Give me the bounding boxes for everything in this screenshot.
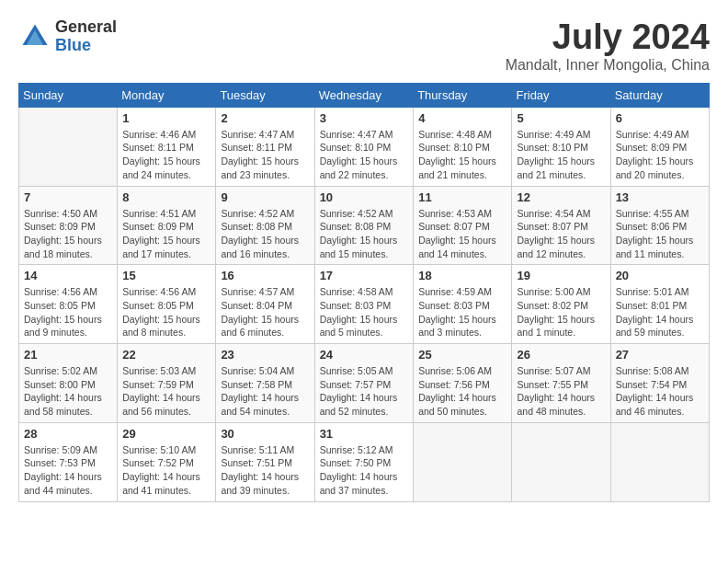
day-info: Sunrise: 5:00 AM Sunset: 8:02 PM Dayligh… — [517, 285, 605, 339]
day-info: Sunrise: 4:47 AM Sunset: 8:10 PM Dayligh… — [320, 128, 409, 182]
day-header-saturday: Saturday — [610, 83, 709, 107]
month-year: July 2024 — [506, 18, 710, 57]
day-number: 30 — [221, 427, 309, 441]
calendar-header: SundayMondayTuesdayWednesdayThursdayFrid… — [19, 83, 710, 107]
day-cell: 4Sunrise: 4:48 AM Sunset: 8:10 PM Daylig… — [414, 107, 512, 186]
week-row-3: 14Sunrise: 4:56 AM Sunset: 8:05 PM Dayli… — [19, 265, 710, 344]
day-info: Sunrise: 4:59 AM Sunset: 8:03 PM Dayligh… — [418, 285, 506, 339]
day-cell: 9Sunrise: 4:52 AM Sunset: 8:08 PM Daylig… — [216, 186, 314, 265]
day-cell: 21Sunrise: 5:02 AM Sunset: 8:00 PM Dayli… — [19, 344, 118, 423]
day-info: Sunrise: 5:09 AM Sunset: 7:53 PM Dayligh… — [24, 443, 112, 498]
day-info: Sunrise: 5:08 AM Sunset: 7:54 PM Dayligh… — [616, 364, 704, 419]
day-cell: 22Sunrise: 5:03 AM Sunset: 7:59 PM Dayli… — [118, 344, 216, 423]
day-info: Sunrise: 4:52 AM Sunset: 8:08 PM Dayligh… — [221, 207, 309, 261]
day-number: 29 — [122, 427, 210, 441]
day-number: 3 — [320, 111, 409, 125]
day-number: 23 — [221, 348, 309, 362]
day-info: Sunrise: 5:07 AM Sunset: 7:55 PM Dayligh… — [517, 364, 605, 419]
day-cell: 13Sunrise: 4:55 AM Sunset: 8:06 PM Dayli… — [610, 186, 709, 265]
day-info: Sunrise: 4:47 AM Sunset: 8:11 PM Dayligh… — [221, 128, 309, 182]
logo-general: General — [55, 18, 117, 37]
day-info: Sunrise: 5:03 AM Sunset: 7:59 PM Dayligh… — [122, 364, 210, 419]
day-info: Sunrise: 4:46 AM Sunset: 8:11 PM Dayligh… — [122, 128, 210, 182]
day-cell: 19Sunrise: 5:00 AM Sunset: 8:02 PM Dayli… — [512, 265, 610, 344]
day-info: Sunrise: 4:54 AM Sunset: 8:07 PM Dayligh… — [517, 207, 605, 261]
day-number: 24 — [320, 348, 409, 362]
day-cell — [414, 422, 512, 501]
day-cell: 12Sunrise: 4:54 AM Sunset: 8:07 PM Dayli… — [512, 186, 610, 265]
day-number: 31 — [320, 427, 409, 441]
day-header-sunday: Sunday — [19, 83, 118, 107]
day-cell: 8Sunrise: 4:51 AM Sunset: 8:09 PM Daylig… — [118, 186, 216, 265]
day-number: 13 — [616, 190, 704, 204]
day-number: 18 — [418, 269, 506, 282]
day-cell: 7Sunrise: 4:50 AM Sunset: 8:09 PM Daylig… — [19, 186, 118, 265]
day-cell: 30Sunrise: 5:11 AM Sunset: 7:51 PM Dayli… — [216, 422, 314, 501]
logo-blue: Blue — [55, 37, 117, 55]
day-cell: 25Sunrise: 5:06 AM Sunset: 7:56 PM Dayli… — [414, 344, 512, 423]
day-header-tuesday: Tuesday — [216, 83, 314, 107]
day-number: 25 — [418, 348, 506, 362]
page-header: General Blue July 2024 Mandalt, Inner Mo… — [18, 18, 710, 74]
day-number: 7 — [24, 190, 112, 204]
day-number: 19 — [517, 269, 605, 282]
day-cell: 23Sunrise: 5:04 AM Sunset: 7:58 PM Dayli… — [216, 344, 314, 423]
day-info: Sunrise: 4:51 AM Sunset: 8:09 PM Dayligh… — [122, 207, 210, 261]
days-row: SundayMondayTuesdayWednesdayThursdayFrid… — [19, 83, 710, 107]
day-number: 6 — [616, 111, 704, 125]
logo: General Blue — [18, 18, 117, 55]
day-cell: 29Sunrise: 5:10 AM Sunset: 7:52 PM Dayli… — [118, 422, 216, 501]
day-number: 10 — [320, 190, 409, 204]
day-cell: 28Sunrise: 5:09 AM Sunset: 7:53 PM Dayli… — [19, 422, 118, 501]
day-info: Sunrise: 4:49 AM Sunset: 8:10 PM Dayligh… — [517, 128, 605, 182]
day-info: Sunrise: 4:49 AM Sunset: 8:09 PM Dayligh… — [616, 128, 704, 182]
day-info: Sunrise: 5:05 AM Sunset: 7:57 PM Dayligh… — [320, 364, 409, 419]
day-info: Sunrise: 5:04 AM Sunset: 7:58 PM Dayligh… — [221, 364, 309, 419]
day-info: Sunrise: 5:01 AM Sunset: 8:01 PM Dayligh… — [616, 285, 704, 339]
day-number: 4 — [418, 111, 506, 125]
day-number: 27 — [616, 348, 704, 362]
day-number: 21 — [24, 348, 112, 362]
day-cell — [512, 422, 610, 501]
day-number: 26 — [517, 348, 605, 362]
calendar: SundayMondayTuesdayWednesdayThursdayFrid… — [18, 83, 710, 502]
day-info: Sunrise: 4:53 AM Sunset: 8:07 PM Dayligh… — [418, 207, 506, 261]
day-number: 9 — [221, 190, 309, 204]
day-info: Sunrise: 5:11 AM Sunset: 7:51 PM Dayligh… — [221, 443, 309, 498]
day-cell: 5Sunrise: 4:49 AM Sunset: 8:10 PM Daylig… — [512, 107, 610, 186]
day-cell: 1Sunrise: 4:46 AM Sunset: 8:11 PM Daylig… — [118, 107, 216, 186]
day-info: Sunrise: 5:06 AM Sunset: 7:56 PM Dayligh… — [418, 364, 506, 419]
day-cell: 17Sunrise: 4:58 AM Sunset: 8:03 PM Dayli… — [314, 265, 414, 344]
day-info: Sunrise: 5:02 AM Sunset: 8:00 PM Dayligh… — [24, 364, 112, 419]
day-cell: 2Sunrise: 4:47 AM Sunset: 8:11 PM Daylig… — [216, 107, 314, 186]
day-info: Sunrise: 4:58 AM Sunset: 8:03 PM Dayligh… — [320, 285, 409, 339]
day-info: Sunrise: 4:48 AM Sunset: 8:10 PM Dayligh… — [418, 128, 506, 182]
day-cell: 14Sunrise: 4:56 AM Sunset: 8:05 PM Dayli… — [19, 265, 118, 344]
day-number: 2 — [221, 111, 309, 125]
calendar-body: 1Sunrise: 4:46 AM Sunset: 8:11 PM Daylig… — [19, 107, 710, 501]
day-cell — [19, 107, 118, 186]
day-cell — [610, 422, 709, 501]
day-info: Sunrise: 4:57 AM Sunset: 8:04 PM Dayligh… — [221, 285, 309, 339]
day-header-wednesday: Wednesday — [314, 83, 414, 107]
day-number: 22 — [122, 348, 210, 362]
day-info: Sunrise: 4:56 AM Sunset: 8:05 PM Dayligh… — [122, 285, 210, 339]
day-number: 16 — [221, 269, 309, 282]
logo-icon — [18, 20, 51, 53]
day-cell: 20Sunrise: 5:01 AM Sunset: 8:01 PM Dayli… — [610, 265, 709, 344]
day-cell: 31Sunrise: 5:12 AM Sunset: 7:50 PM Dayli… — [314, 422, 414, 501]
day-info: Sunrise: 5:10 AM Sunset: 7:52 PM Dayligh… — [122, 443, 210, 498]
day-header-monday: Monday — [118, 83, 216, 107]
week-row-4: 21Sunrise: 5:02 AM Sunset: 8:00 PM Dayli… — [19, 344, 710, 423]
day-number: 14 — [24, 269, 112, 282]
day-number: 12 — [517, 190, 605, 204]
title-area: July 2024 Mandalt, Inner Mongolia, China — [506, 18, 710, 74]
day-info: Sunrise: 4:52 AM Sunset: 8:08 PM Dayligh… — [320, 207, 409, 261]
day-cell: 15Sunrise: 4:56 AM Sunset: 8:05 PM Dayli… — [118, 265, 216, 344]
day-cell: 3Sunrise: 4:47 AM Sunset: 8:10 PM Daylig… — [314, 107, 414, 186]
day-cell: 10Sunrise: 4:52 AM Sunset: 8:08 PM Dayli… — [314, 186, 414, 265]
day-number: 5 — [517, 111, 605, 125]
day-cell: 24Sunrise: 5:05 AM Sunset: 7:57 PM Dayli… — [314, 344, 414, 423]
day-info: Sunrise: 4:56 AM Sunset: 8:05 PM Dayligh… — [24, 285, 112, 339]
location: Mandalt, Inner Mongolia, China — [506, 57, 710, 74]
